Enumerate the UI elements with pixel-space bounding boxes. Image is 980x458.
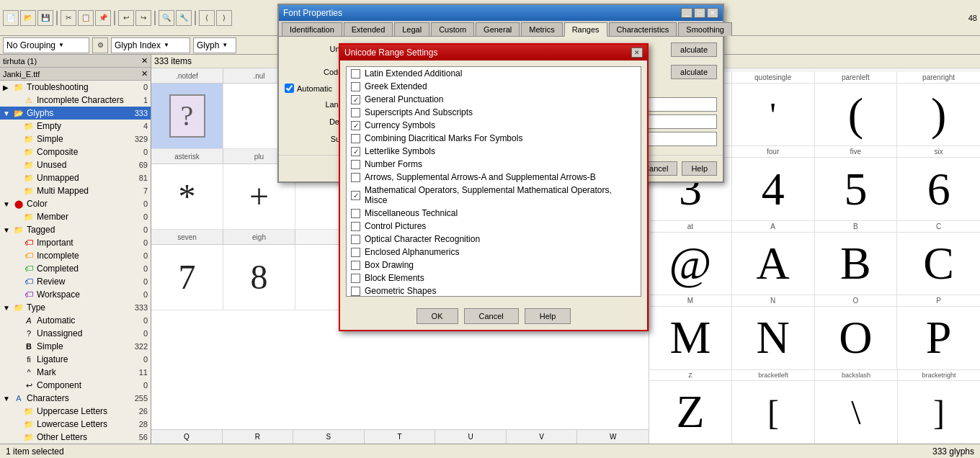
char-cell-M[interactable]: M [649,307,732,369]
char-cell-O[interactable]: O [815,307,898,369]
tree-item-type[interactable]: ▼ 📁 Type 333 [0,301,151,314]
urs-checkbox-block-elements[interactable] [351,274,360,283]
urs-cancel-btn[interactable]: Cancel [464,308,519,324]
toolbar-btn-6[interactable]: 📌 [95,10,111,26]
urs-checkbox-box-drawing[interactable] [351,261,360,270]
urs-item-block-elements[interactable]: Block Elements [347,271,641,284]
tree-item-tagged[interactable]: ▼ 📁 Tagged 0 [0,223,151,236]
urs-item-arrows[interactable]: Arrows, Supplemental Arrows-A and Supple… [347,171,641,184]
fp-tab-ranges[interactable]: Ranges [564,22,607,37]
fp-tab-general[interactable]: General [476,22,520,36]
char-cell-backslash[interactable]: \ [815,381,898,444]
tree-item-glyphs[interactable]: ▼ 📂 Glyphs 333 [0,107,151,120]
urs-item-geometric-shapes[interactable]: Geometric Shapes [347,284,641,297]
urs-item-general-punct[interactable]: General Punctuation [347,93,641,106]
urs-checkbox-number-forms[interactable] [351,160,360,169]
urs-item-box-drawing[interactable]: Box Drawing [347,259,641,271]
char-cell-six[interactable]: 6 [897,158,980,220]
fp-minimize-btn[interactable]: _ [681,8,692,18]
tree-item-important[interactable]: 🏷 Important 0 [0,236,151,249]
char-cell-five[interactable]: 5 [815,158,898,220]
toolbar-btn-9[interactable]: ⟨ [199,10,215,26]
tree-item-ligature[interactable]: fi Ligature 0 [0,353,151,366]
urs-checkbox-latin-extended[interactable] [351,69,360,78]
toolbar-btn-10[interactable]: ⟩ [216,10,232,26]
tree-item-uppercase[interactable]: 📁 Uppercase Letters 26 [0,405,151,418]
tree-item-review[interactable]: 🏷 Review 0 [0,275,151,288]
glyph-cell-eight[interactable]: 8 [223,245,295,310]
urs-item-greek-extended[interactable]: Greek Extended [347,80,641,93]
tree-item-member[interactable]: 📁 Member 0 [0,210,151,223]
font-filename-close[interactable]: ✕ [141,69,148,78]
urs-item-combining-diacritical[interactable]: Combining Diacritical Marks For Symbols [347,132,641,145]
tree-item-characters[interactable]: ▼ A Characters 255 [0,392,151,405]
urs-item-latin-extended[interactable]: Latin Extended Additional [347,67,641,80]
char-cell-bracketleft[interactable]: [ [732,381,815,444]
toolbar-btn-11[interactable]: ⚙ [92,37,108,53]
tree-item-unassigned[interactable]: ? Unassigned 0 [0,327,151,340]
fp-help-btn[interactable]: Help [682,161,717,176]
char-cell-N[interactable]: N [732,307,815,369]
glyph-dropdown[interactable]: Glyph ▼ [193,37,236,53]
urs-checkbox-superscripts[interactable] [351,108,360,117]
tree-item-incomplete-tag[interactable]: 🏷 Incomplete 0 [0,249,151,262]
urs-item-currency[interactable]: Currency Symbols [347,119,641,132]
grouping-dropdown[interactable]: No Grouping ▼ [3,37,89,53]
urs-item-number-forms[interactable]: Number Forms [347,158,641,171]
toolbar-btn-3[interactable]: 💾 [37,10,53,26]
fp-tab-legal[interactable]: Legal [394,22,429,36]
urs-checkbox-letterlike[interactable] [351,147,360,156]
urs-item-misc-technical[interactable]: Miscellaneous Technical [347,207,641,220]
fp-tab-metrics[interactable]: Metrics [521,22,562,36]
urs-close-btn[interactable]: ✕ [631,48,643,58]
char-cell-parenright[interactable]: ) [897,84,980,145]
urs-item-letterlike[interactable]: Letterlike Symbols [347,145,641,158]
char-cell-A[interactable]: A [732,233,815,295]
toolbar-btn-5[interactable]: 📋 [78,10,94,26]
tree-item-automatic[interactable]: A Automatic 0 [0,314,151,327]
urs-checkbox-enclosed-alpha[interactable] [351,248,360,257]
toolbar-btn-2[interactable]: 📂 [20,10,36,26]
tree-item-incomplete-chars[interactable]: ⚠ Incomplete Characters 1 [0,94,151,107]
urs-checkbox-currency[interactable] [351,121,360,130]
toolbar-btn-1[interactable]: 📄 [3,10,19,26]
char-cell-at[interactable]: @ [649,233,732,295]
urs-item-optical-char[interactable]: Optical Character Recognition [347,233,641,246]
toolbar-btn-undo[interactable]: ↩ [118,10,134,26]
urs-checkbox-control-pictures[interactable] [351,222,360,231]
urs-list[interactable]: Latin Extended Additional Greek Extended… [346,66,641,297]
tree-item-mark[interactable]: ^ Mark 11 [0,366,151,379]
urs-checkbox-misc-technical[interactable] [351,209,360,218]
urs-checkbox-general-punct[interactable] [351,95,360,104]
fp-tab-characteristics[interactable]: Characteristics [609,22,677,36]
toolbar-btn-8[interactable]: 🔧 [176,10,192,26]
tree-item-lowercase[interactable]: 📁 Lowercase Letters 28 [0,418,151,431]
urs-item-control-pictures[interactable]: Control Pictures [347,220,641,233]
urs-checkbox-geometric-shapes[interactable] [351,287,360,296]
code-page-calculate-btn[interactable]: alculate [671,65,717,79]
tree-item-composite[interactable]: 📁 Composite 0 [0,145,151,158]
char-cell-bracketright[interactable]: ] [898,381,980,444]
glyph-cell-notdef[interactable]: ? [151,84,223,148]
fp-tab-custom[interactable]: Custom [431,22,474,36]
fp-close-btn[interactable]: ✕ [707,8,718,18]
glyph-cell-seven[interactable]: 7 [151,245,223,310]
tree-item-color[interactable]: ▼ ⬤ Color 0 [0,197,151,210]
urs-checkbox-optical-char[interactable] [351,235,360,244]
tree-item-troubleshooting[interactable]: ▶ 📁 Troubleshooting 0 [0,81,151,94]
urs-checkbox-combining-diacritical[interactable] [351,134,360,143]
urs-item-math-operators[interactable]: Mathematical Operators, Supplemental Mat… [347,184,641,207]
fp-tab-smoothing[interactable]: Smoothing [678,22,732,36]
tree-item-bsimple[interactable]: B Simple 322 [0,340,151,353]
tree-item-component[interactable]: ↩ Component 0 [0,379,151,392]
unicode-calculate-btn[interactable]: alculate [671,42,717,57]
tree-item-unmapped[interactable]: 📁 Unmapped 81 [0,171,151,184]
urs-item-superscripts[interactable]: Superscripts And Subscripts [347,106,641,119]
fp-tab-extended[interactable]: Extended [344,22,393,36]
char-cell-B[interactable]: B [815,233,898,295]
toolbar-btn-redo[interactable]: ↪ [135,10,151,26]
urs-ok-btn[interactable]: OK [416,308,458,324]
fp-tab-identification[interactable]: Identification [282,22,342,36]
font-name-close[interactable]: ✕ [141,56,148,66]
urs-checkbox-math-operators[interactable] [351,191,360,200]
